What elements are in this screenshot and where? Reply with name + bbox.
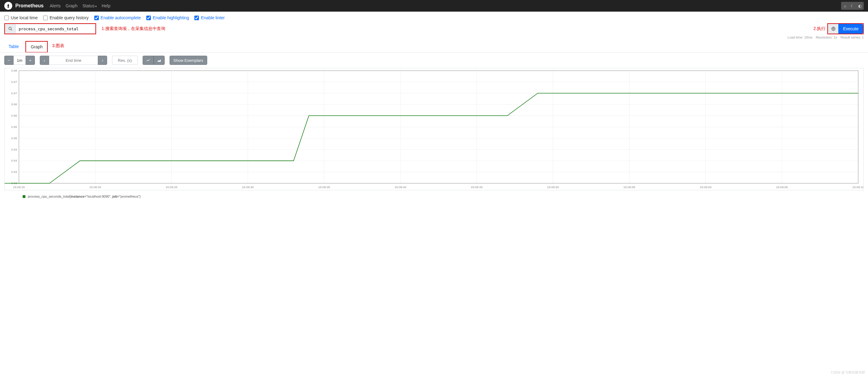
option-label: Use local time [11,15,38,20]
option-1[interactable]: Enable query history [43,15,89,20]
query-input-group [4,23,96,34]
svg-text:0.66: 0.66 [11,102,18,106]
annotation-1: 1.搜索查询项，在采集信息中查询 [102,26,165,32]
result-series-stat: Result series: 1 [840,35,864,39]
end-time-input[interactable] [49,56,98,65]
svg-text:15:08:20: 15:08:20 [89,185,101,189]
query-stats: Load time: 18ms Resolution: 1s Result se… [0,34,868,39]
nav-graph[interactable]: Graph [65,3,78,8]
nav-help[interactable]: Help [102,3,111,8]
svg-text:0.64: 0.64 [11,148,18,151]
svg-text:15:09:00: 15:09:00 [700,185,712,189]
range-increase-button[interactable]: + [26,56,35,65]
range-decrease-button[interactable]: − [4,56,13,65]
svg-text:0.64: 0.64 [11,159,18,162]
option-0[interactable]: Use local time [4,15,38,20]
option-label: Enable autocomplete [101,15,141,20]
search-icon[interactable] [5,24,15,34]
svg-line-1 [11,29,12,31]
svg-text:15:08:50: 15:08:50 [547,185,559,189]
svg-text:0.67: 0.67 [11,80,18,84]
query-row: 1.搜索查询项，在采集信息中查询 2.执行 Execute [0,23,868,34]
query-input[interactable] [15,24,95,34]
legend[interactable]: process_cpu_seconds_total{instance="loca… [4,190,864,201]
option-3[interactable]: Enable highlighting [146,15,189,20]
svg-text:15:09:10: 15:09:10 [852,185,863,189]
nav-alerts[interactable]: Alerts [50,3,61,8]
chart-area[interactable]: 0.630.630.640.640.650.650.660.660.670.67… [4,68,864,190]
chart-container: 0.630.630.640.640.650.650.660.660.670.67… [0,68,868,201]
tabs: Table Graph 3.图表 [0,39,868,53]
execute-group: Execute [827,23,864,34]
svg-text:0.63: 0.63 [11,170,18,174]
option-2[interactable]: Enable autocomplete [94,15,141,20]
svg-point-0 [8,27,11,30]
svg-text:15:08:25: 15:08:25 [165,185,178,189]
brand-title: Prometheus [15,3,43,8]
legend-swatch [23,195,25,198]
show-exemplars-button[interactable]: Show Exemplars [169,56,208,65]
theme-toggle: ☼ ☾ ◐ [841,2,864,10]
svg-text:0.68: 0.68 [11,69,18,72]
chart-type-group [143,56,165,65]
svg-text:0.65: 0.65 [11,125,18,128]
option-4[interactable]: Enable linter [194,15,225,20]
stacked-chart-icon[interactable] [154,56,165,65]
graph-controls: − 1m + ‹ › Res. (s) Show Exemplars [0,53,868,68]
svg-text:15:08:55: 15:08:55 [623,185,636,189]
svg-text:0.65: 0.65 [11,136,18,140]
prometheus-logo [4,2,12,10]
options-bar: Use local timeEnable query historyEnable… [0,12,868,23]
theme-dark-icon[interactable]: ☾ [849,2,856,9]
end-time-next-button[interactable]: › [98,56,107,65]
svg-text:15:08:35: 15:08:35 [318,185,330,189]
chevron-down-icon: ▾ [95,5,97,8]
resolution-input[interactable]: Res. (s) [112,56,138,65]
resolution-stat: Resolution: 1s [816,35,837,39]
svg-text:15:09:05: 15:09:05 [776,185,788,189]
option-checkbox[interactable] [43,15,48,20]
chart-svg: 0.630.630.640.640.650.650.660.660.670.67… [5,68,863,190]
option-checkbox[interactable] [94,15,99,20]
end-time-prev-button[interactable]: ‹ [40,56,49,65]
tab-table[interactable]: Table [4,41,23,52]
execute-button[interactable]: Execute [838,24,863,34]
svg-text:15:08:15: 15:08:15 [13,185,25,189]
legend-label: process_cpu_seconds_total{instance="loca… [28,195,141,198]
svg-text:15:08:40: 15:08:40 [395,185,406,189]
line-chart-icon[interactable] [143,56,154,65]
globe-icon[interactable] [828,24,838,34]
option-checkbox[interactable] [194,15,199,20]
annotation-3: 3.图表 [52,43,64,51]
annotation-2: 2.执行 [813,26,826,32]
tab-graph[interactable]: Graph [26,41,47,52]
end-time-group: ‹ › [40,56,107,65]
load-time: Load time: 18ms [787,35,812,39]
option-checkbox[interactable] [4,15,9,20]
theme-auto-icon[interactable]: ◐ [856,2,863,9]
option-checkbox[interactable] [146,15,151,20]
navbar: Prometheus Alerts Graph Status▾ Help ☼ ☾… [0,0,868,12]
range-group: − 1m + [4,56,35,65]
option-label: Enable highlighting [153,15,189,20]
svg-text:15:08:30: 15:08:30 [242,185,254,189]
option-label: Enable query history [50,15,89,20]
svg-text:0.67: 0.67 [11,92,18,95]
svg-text:0.66: 0.66 [11,114,18,117]
theme-light-icon[interactable]: ☼ [842,2,848,9]
option-label: Enable linter [201,15,225,20]
nav-status[interactable]: Status▾ [82,3,97,8]
range-value[interactable]: 1m [13,56,26,65]
svg-text:15:08:45: 15:08:45 [471,185,483,189]
